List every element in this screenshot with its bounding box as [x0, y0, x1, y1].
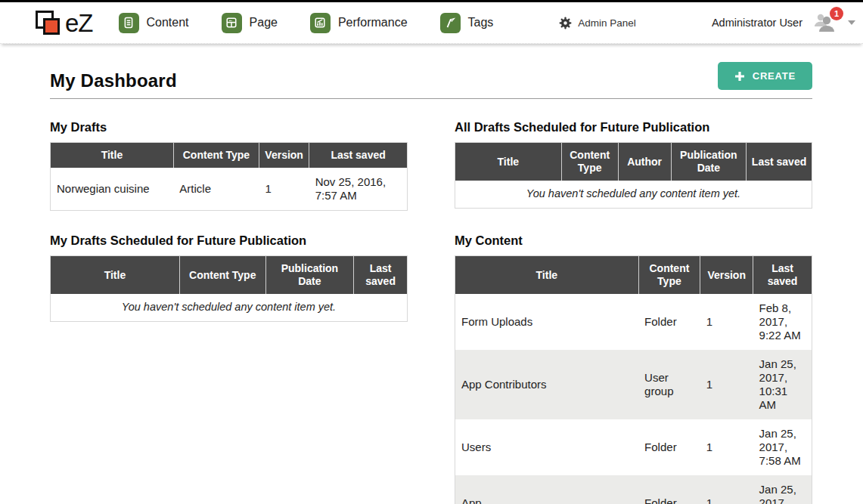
page-title: My Dashboard	[50, 70, 177, 91]
nav-item-label: Performance	[338, 16, 408, 29]
create-button[interactable]: CREATE	[718, 62, 812, 90]
empty-message: You haven't scheduled any content item y…	[51, 294, 408, 321]
avatar[interactable]: 1	[812, 12, 837, 33]
cell: Form Uploads	[455, 294, 639, 350]
table-header-row: TitleContent TypeVersionLast saved	[455, 256, 812, 295]
section-my-drafts: My Drafts TitleContent TypeVersionLast s…	[50, 120, 408, 211]
empty-message: You haven't scheduled any content item y…	[455, 181, 812, 208]
table-row[interactable]: Norwegian cuisineArticle1Nov 25, 2016, 7…	[51, 168, 408, 211]
cell: Nov 25, 2016, 7:57 AM	[309, 168, 408, 211]
ez-logo[interactable]: eZ	[34, 9, 93, 36]
cell: User group	[638, 350, 700, 419]
cell: Jan 25, 2017, 10:31 AM	[753, 350, 812, 419]
column-header: Last saved	[747, 143, 812, 181]
my-content-table: TitleContent TypeVersionLast savedForm U…	[455, 255, 812, 504]
chevron-down-icon[interactable]	[848, 20, 855, 25]
nav-item-label: Tags	[468, 16, 494, 29]
nav-item-performance[interactable]: Performance	[310, 13, 408, 33]
all-drafts-scheduled-table: TitleContent TypeAuthorPublication DateL…	[455, 142, 812, 209]
cell: App Contributors	[455, 350, 639, 419]
table-row[interactable]: UsersFolder1Jan 25, 2017, 7:58 AM	[455, 419, 812, 475]
cell: Article	[173, 168, 259, 211]
column-header: Publication Date	[265, 256, 354, 295]
column-header: Content Type	[561, 143, 618, 181]
cell: Jan 25, 2017, 7:58 AM	[753, 419, 812, 475]
section-my-content: My Content TitleContent TypeVersionLast …	[455, 233, 812, 504]
page-icon	[222, 13, 242, 33]
column-header: Title	[51, 143, 174, 169]
section-title: My Drafts Scheduled for Future Publicati…	[50, 233, 408, 248]
column-header: Last saved	[753, 256, 812, 295]
section-all-drafts-scheduled: All Drafts Scheduled for Future Publicat…	[455, 120, 812, 211]
cell: Jan 25, 2017, 7:55 AM	[753, 475, 812, 504]
table-header-row: TitleContent TypeAuthorPublication DateL…	[455, 143, 812, 181]
empty-row: You haven't scheduled any content item y…	[51, 294, 408, 321]
column-header: Author	[618, 143, 671, 181]
table-header-row: TitleContent TypePublication DateLast sa…	[51, 256, 408, 295]
top-navigation-bar: eZ Content Page	[0, 2, 863, 44]
notification-badge[interactable]: 1	[830, 7, 843, 20]
user-name: Administrator User	[712, 17, 802, 29]
table-row[interactable]: AppFolder1Jan 25, 2017, 7:55 AM	[455, 475, 812, 504]
cell: Feb 8, 2017, 9:22 AM	[753, 294, 812, 350]
cell: Users	[455, 419, 639, 475]
table-row[interactable]: App ContributorsUser group1Jan 25, 2017,…	[455, 350, 812, 419]
nav-item-label: Content	[147, 16, 189, 29]
cell: App	[455, 475, 639, 504]
cell: 1	[700, 419, 753, 475]
column-header: Content Type	[638, 256, 700, 295]
cell: Folder	[638, 475, 700, 504]
column-header: Title	[51, 256, 180, 295]
cell: 1	[700, 350, 753, 419]
create-button-label: CREATE	[753, 70, 796, 82]
cell: Folder	[638, 419, 700, 475]
cell: Norwegian cuisine	[51, 168, 174, 211]
column-header: Title	[455, 256, 639, 295]
cell: 1	[700, 475, 753, 504]
column-header: Title	[455, 143, 562, 181]
column-header: Publication Date	[671, 143, 747, 181]
nav-item-page[interactable]: Page	[222, 13, 278, 33]
column-header: Version	[259, 143, 309, 169]
column-header: Content Type	[179, 256, 265, 295]
cell: 1	[700, 294, 753, 350]
section-title: All Drafts Scheduled for Future Publicat…	[455, 120, 812, 135]
admin-panel-button[interactable]: Admin Panel	[559, 17, 636, 29]
performance-icon	[310, 13, 331, 33]
table-row[interactable]: Form UploadsFolder1Feb 8, 2017, 9:22 AM	[455, 294, 812, 350]
tags-icon	[440, 13, 461, 33]
column-header: Version	[700, 256, 753, 295]
section-title: My Content	[455, 233, 812, 248]
nav-item-label: Page	[250, 16, 278, 29]
gear-icon	[559, 17, 572, 29]
cell: Folder	[638, 294, 700, 350]
nav-item-tags[interactable]: Tags	[440, 13, 494, 33]
ez-logo-icon	[34, 9, 61, 36]
empty-row: You haven't scheduled any content item y…	[455, 181, 812, 208]
cell: 1	[259, 168, 309, 211]
my-drafts-scheduled-table: TitleContent TypePublication DateLast sa…	[50, 255, 408, 322]
nav-item-content[interactable]: Content	[119, 13, 189, 33]
table-header-row: TitleContent TypeVersionLast saved	[51, 143, 408, 169]
user-menu[interactable]: Administrator User 1	[712, 12, 855, 33]
plus-icon	[734, 71, 745, 82]
column-header: Last saved	[354, 256, 408, 295]
dashboard-sections: My Drafts TitleContent TypeVersionLast s…	[50, 120, 812, 504]
content-icon	[119, 13, 139, 33]
admin-panel-label: Admin Panel	[578, 17, 636, 29]
section-my-drafts-scheduled: My Drafts Scheduled for Future Publicati…	[50, 233, 408, 504]
column-header: Content Type	[173, 143, 259, 169]
my-drafts-table: TitleContent TypeVersionLast savedNorweg…	[50, 142, 408, 211]
column-header: Last saved	[309, 143, 408, 169]
ez-logo-text: eZ	[65, 11, 93, 36]
section-title: My Drafts	[50, 120, 408, 135]
page-header: My Dashboard CREATE	[50, 62, 812, 99]
dashboard-page: My Dashboard CREATE My Drafts TitleConte…	[0, 44, 863, 504]
